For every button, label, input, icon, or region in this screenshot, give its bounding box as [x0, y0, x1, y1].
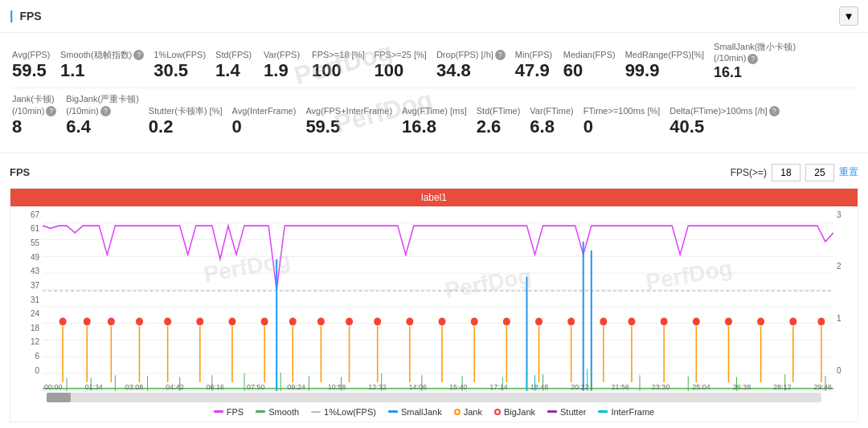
smooth-help-icon[interactable]: ?: [133, 50, 144, 60]
metric-avg-ftime: Avg(FTime) [ms] 16.8: [402, 105, 477, 138]
drop-value: 34.8: [436, 60, 506, 81]
fps25-value: 100: [374, 60, 426, 81]
metrics-row-2: PerfDog Jank(卡顿)(/10min)? 8 BigJank(严重卡顿…: [12, 93, 856, 137]
metrics-row-1: PerfDog Avg(FPS) 59.5 Smooth(稳帧指数)? 1.1 …: [12, 41, 856, 81]
jank-help-icon[interactable]: ?: [46, 106, 56, 116]
svg-point-60: [567, 317, 575, 326]
svg-point-67: [789, 317, 797, 326]
svg-point-46: [135, 317, 143, 326]
low1pct-legend-label: 1%Low(FPS): [324, 407, 376, 417]
metric-jank: Jank(卡顿)(/10min)? 8: [12, 93, 66, 137]
svg-point-57: [470, 317, 478, 326]
ftime100-value: 0: [583, 116, 661, 137]
avg-fps-value: 59.5: [12, 60, 51, 81]
svg-point-52: [317, 317, 325, 326]
median-fps-value: 60: [563, 60, 616, 81]
jank-value: 8: [12, 116, 56, 137]
fps-val2-input[interactable]: [805, 164, 834, 181]
svg-point-49: [228, 317, 236, 326]
fps-gte-label: FPS(>=): [731, 167, 767, 178]
smalljank-legend-dot: [388, 410, 398, 413]
metric-stutter: Stutter(卡顿率) [%] 0.2: [149, 105, 232, 138]
metric-min-fps: Min(FPS) 47.9: [515, 49, 563, 82]
chart-title: FPS: [10, 166, 30, 178]
svg-point-53: [346, 317, 354, 326]
bigjank-value: 6.4: [66, 116, 138, 137]
metrics-divider: [12, 88, 856, 88]
medrange-value: 99.9: [625, 60, 704, 81]
legend-fps: FPS: [214, 407, 244, 417]
x-axis: 00:00 01:34 03:08 04:42 06:16 07:50 09:2…: [43, 383, 833, 391]
avg-fps-inter-value: 59.5: [305, 116, 392, 137]
svg-point-56: [438, 317, 446, 326]
drop-help-icon[interactable]: ?: [495, 50, 506, 60]
chart-plot: PerfDog PerfDog PerfDog: [43, 206, 833, 391]
svg-point-47: [164, 317, 172, 326]
page-title: FPS: [10, 9, 42, 23]
chevron-down-icon: ▼: [843, 10, 854, 22]
metric-avg-fps-inter: Avg(FPS+InterFrame) 59.5: [305, 105, 402, 138]
metric-smalljank: SmallJank(微小卡顿)(/10min)? 16.1: [714, 41, 805, 81]
metric-avg-interframe: Avg(InterFrame) 0: [232, 105, 306, 138]
chart-body: 67 61 55 49 43 37 31 24 18 12 6 0: [10, 206, 858, 391]
dropdown-button[interactable]: ▼: [839, 6, 858, 26]
metric-avg-fps: Avg(FPS) 59.5: [12, 49, 60, 82]
fps-legend-dot: [214, 410, 223, 413]
metric-var-ftime: Var(FTime) 6.8: [530, 105, 583, 138]
interframe-legend-label: InterFrame: [611, 407, 654, 417]
chart-header: FPS FPS(>=) 重置: [10, 164, 858, 181]
stutter-legend-dot: [547, 410, 557, 413]
metric-delta-ftime: Delta(FTime)>100ms [/h]? 40.5: [669, 105, 789, 138]
std-ftime-value: 2.6: [477, 116, 521, 137]
delta-ftime-value: 40.5: [669, 116, 780, 137]
stutter-value: 0.2: [149, 116, 223, 137]
section-divider: [0, 153, 868, 153]
chart-svg: [43, 206, 833, 391]
metric-bigjank: BigJank(严重卡顿)(/10min)? 6.4: [66, 93, 148, 137]
svg-point-64: [692, 317, 700, 326]
stutter-legend-label: Stutter: [560, 407, 586, 417]
scrollbar-thumb[interactable]: [47, 393, 71, 402]
scrollbar[interactable]: [47, 393, 821, 402]
legend-interframe: InterFrame: [598, 407, 654, 417]
smalljank-help-icon[interactable]: ?: [747, 54, 758, 64]
svg-point-43: [59, 317, 67, 326]
reset-button[interactable]: 重置: [839, 165, 858, 179]
svg-point-65: [724, 317, 732, 326]
metric-std-fps: Std(FPS) 1.4: [215, 49, 264, 82]
svg-point-50: [260, 317, 268, 326]
chart-section: FPS FPS(>=) 重置 label1 67 61 55 49 43 37: [0, 157, 868, 428]
avg-ftime-value: 16.8: [402, 116, 467, 137]
svg-point-63: [660, 317, 668, 326]
var-fps-value: 1.9: [264, 60, 302, 81]
bigjank-legend-label: BigJank: [504, 407, 535, 417]
title-text: FPS: [19, 10, 41, 22]
legend-smooth: Smooth: [256, 407, 299, 417]
bigjank-help-icon[interactable]: ?: [100, 106, 111, 116]
var-ftime-value: 6.8: [530, 116, 573, 137]
fps-controls: FPS(>=) 重置: [731, 164, 858, 181]
bigjank-legend-dot: [494, 409, 501, 415]
svg-point-55: [406, 317, 414, 326]
min-fps-value: 47.9: [515, 60, 554, 81]
metric-drop: Drop(FPS) [/h]? 34.8: [436, 49, 515, 82]
svg-point-48: [196, 317, 204, 326]
svg-point-58: [502, 317, 510, 326]
jank-legend-label: Jank: [464, 407, 482, 417]
y-axis-right: 3 2 1 0: [833, 206, 858, 391]
legend-bigjank: BigJank: [494, 407, 535, 417]
low1pct-value: 30.5: [154, 60, 206, 81]
jank-legend-dot: [454, 409, 461, 415]
fps-val1-input[interactable]: [772, 164, 800, 181]
delta-help-icon[interactable]: ?: [769, 106, 780, 116]
fps18-value: 100: [312, 60, 364, 81]
smooth-legend-dot: [256, 410, 265, 413]
smooth-value: 1.1: [60, 60, 144, 81]
metric-fps18: FPS>=18 [%] 100: [312, 49, 374, 82]
main-container: FPS ▼ PerfDog Avg(FPS) 59.5 Smooth(稳帧指数)…: [0, 0, 868, 428]
low1pct-legend-dot: [311, 411, 321, 413]
metric-ftime100: FTime>=100ms [%] 0: [583, 105, 670, 138]
svg-point-66: [757, 317, 765, 326]
svg-point-62: [628, 317, 636, 326]
y-axis-left: 67 61 55 49 43 37 31 24 18 12 6 0: [10, 206, 43, 391]
